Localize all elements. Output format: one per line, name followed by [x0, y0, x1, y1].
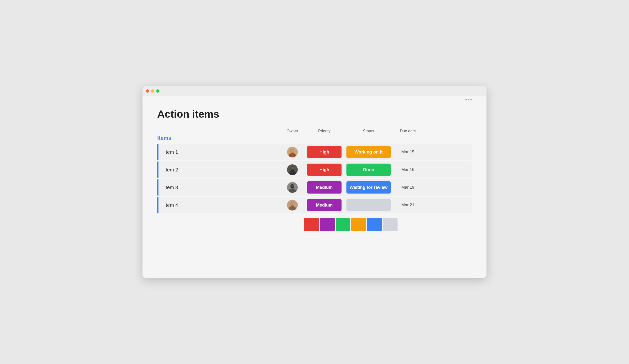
- cell-status: Working on it: [344, 146, 393, 158]
- col-due-header: Due date: [393, 129, 423, 133]
- row-item-cell: Item 3: [157, 179, 280, 196]
- section-header: Items: [157, 135, 472, 141]
- swatch-purple[interactable]: [320, 218, 335, 231]
- table-row[interactable]: Item 4: [157, 197, 472, 214]
- priority-badge: Medium: [307, 199, 341, 211]
- status-badge: [346, 199, 391, 211]
- svg-point-14: [291, 187, 294, 188]
- table-row[interactable]: Item 1: [157, 144, 472, 160]
- table-row[interactable]: Item 2: [157, 161, 472, 178]
- col-status-header: Status: [344, 129, 393, 133]
- cell-status: [344, 199, 393, 211]
- close-button[interactable]: [146, 89, 149, 93]
- svg-point-4: [291, 149, 294, 152]
- cell-due-date: Mar 21: [393, 203, 423, 208]
- dot-icon: [470, 99, 472, 101]
- avatar: [287, 164, 298, 175]
- maximize-button[interactable]: [156, 89, 159, 93]
- row-item-cell: Item 1: [157, 144, 280, 160]
- cell-owner: [280, 147, 305, 157]
- swatch-red[interactable]: [304, 218, 319, 231]
- swatch-orange[interactable]: [351, 218, 366, 231]
- color-swatches: [157, 218, 472, 231]
- row-label: Item 1: [158, 149, 184, 155]
- cell-priority: High: [305, 164, 344, 176]
- section-title: Items: [157, 135, 280, 141]
- cell-priority: Medium: [305, 181, 344, 194]
- status-badge: Done: [346, 164, 391, 176]
- cell-status: Waiting for review: [344, 181, 393, 194]
- svg-point-9: [291, 169, 294, 171]
- page-title: Action items: [157, 108, 472, 120]
- dot-icon: [468, 99, 469, 101]
- col-priority-header: Priority: [305, 129, 344, 133]
- column-headers: Owner Priority Status Due date: [157, 129, 472, 133]
- swatch-blue[interactable]: [367, 218, 382, 231]
- row-item-cell: Item 2: [157, 161, 280, 178]
- main-content: Action items Owner Priority Status Due d…: [143, 96, 486, 243]
- items-table: Item 1: [157, 144, 472, 214]
- table-row[interactable]: Item 3: [157, 179, 472, 196]
- svg-point-19: [291, 205, 294, 206]
- cell-owner: [280, 164, 305, 175]
- avatar: [287, 182, 298, 193]
- row-label: Item 3: [158, 185, 184, 190]
- status-badge: Working on it: [346, 146, 391, 158]
- row-cols: Medium Mar 21: [280, 199, 472, 211]
- swatch-green[interactable]: [336, 218, 350, 231]
- priority-badge: Medium: [307, 181, 341, 194]
- app-window: Action items Owner Priority Status Due d…: [143, 86, 486, 278]
- row-label: Item 4: [158, 202, 184, 208]
- titlebar: [143, 86, 486, 96]
- avatar: [287, 200, 298, 211]
- col-owner-header: Owner: [280, 129, 305, 133]
- more-options-button[interactable]: [465, 99, 472, 101]
- minimize-button[interactable]: [151, 89, 154, 93]
- row-cols: High Working on it Mar 15: [280, 146, 472, 158]
- cell-due-date: Mar 15: [393, 150, 423, 154]
- cell-owner: [280, 182, 305, 193]
- cell-priority: High: [305, 146, 344, 158]
- avatar: [287, 147, 298, 157]
- cell-priority: Medium: [305, 199, 344, 211]
- status-badge: Waiting for review: [346, 181, 391, 194]
- cell-due-date: Mar 16: [393, 167, 423, 172]
- priority-badge: High: [307, 146, 341, 158]
- row-item-cell: Item 4: [157, 197, 280, 214]
- dot-icon: [465, 99, 467, 101]
- swatch-gray[interactable]: [383, 218, 398, 231]
- row-label: Item 2: [158, 167, 184, 173]
- row-cols: Medium Waiting for review Mar 19: [280, 181, 472, 194]
- cell-due-date: Mar 19: [393, 185, 423, 190]
- priority-badge: High: [307, 164, 341, 176]
- cell-status: Done: [344, 164, 393, 176]
- cell-owner: [280, 200, 305, 211]
- row-cols: High Done Mar 16: [280, 164, 472, 176]
